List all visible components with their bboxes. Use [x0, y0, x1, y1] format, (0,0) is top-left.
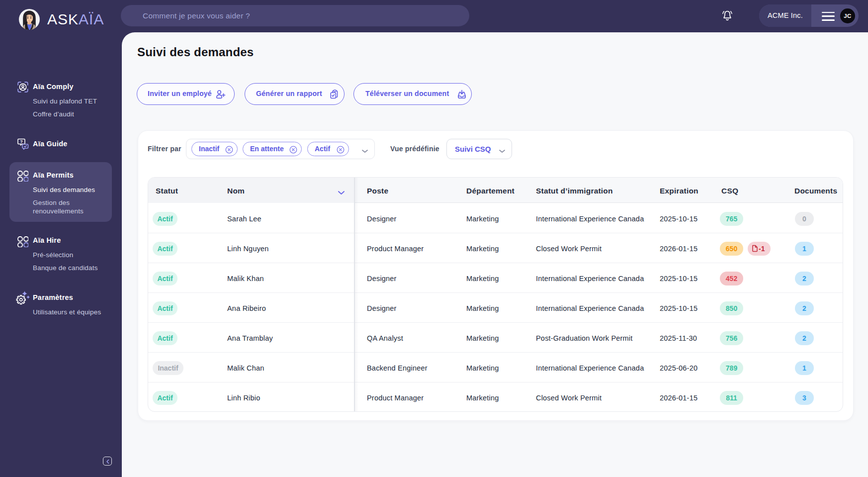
svg-text:?: ? — [20, 139, 22, 144]
